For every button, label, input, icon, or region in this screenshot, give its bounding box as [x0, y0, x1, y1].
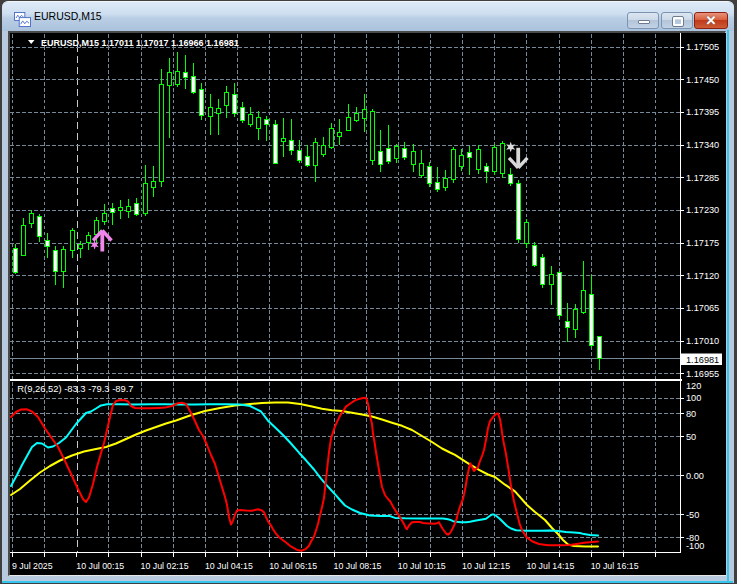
- svg-text:1.17395: 1.17395: [686, 107, 719, 117]
- svg-text:1.16955: 1.16955: [686, 369, 719, 379]
- svg-text:1.17230: 1.17230: [686, 205, 719, 215]
- svg-text:EURUSD,M15 1.17011 1.17017 1.1: EURUSD,M15 1.17011 1.17017 1.16966 1.169…: [41, 38, 239, 48]
- svg-text:1.17285: 1.17285: [686, 173, 719, 183]
- svg-text:R(9,26,52) -83.3 -79.3 -89.7: R(9,26,52) -83.3 -79.3 -89.7: [17, 383, 133, 394]
- svg-text:120: 120: [686, 381, 701, 391]
- svg-text:-100: -100: [686, 541, 704, 551]
- svg-text:1.17340: 1.17340: [686, 140, 719, 150]
- svg-text:1.17175: 1.17175: [686, 238, 719, 248]
- svg-text:80: 80: [686, 409, 696, 419]
- svg-text:0.00: 0.00: [686, 471, 704, 481]
- svg-text:10 Jul 06:15: 10 Jul 06:15: [269, 561, 317, 571]
- svg-text:10 Jul 16:15: 10 Jul 16:15: [591, 561, 639, 571]
- svg-text:10 Jul 10:15: 10 Jul 10:15: [398, 561, 446, 571]
- svg-text:1.17065: 1.17065: [686, 303, 719, 313]
- svg-text:10 Jul 02:15: 10 Jul 02:15: [141, 561, 189, 571]
- svg-text:10 Jul 04:15: 10 Jul 04:15: [205, 561, 253, 571]
- svg-text:10 Jul 08:15: 10 Jul 08:15: [334, 561, 382, 571]
- svg-text:100: 100: [686, 393, 701, 403]
- svg-text:-50: -50: [686, 510, 699, 520]
- svg-text:1.16981: 1.16981: [686, 355, 719, 365]
- svg-text:1.17505: 1.17505: [686, 42, 719, 52]
- svg-text:1.17450: 1.17450: [686, 75, 719, 85]
- svg-text:50: 50: [686, 432, 696, 442]
- svg-text:10 Jul 12:15: 10 Jul 12:15: [462, 561, 510, 571]
- svg-text:1.17010: 1.17010: [686, 336, 719, 346]
- svg-text:10 Jul 14:15: 10 Jul 14:15: [526, 561, 574, 571]
- svg-text:9 Jul 2025: 9 Jul 2025: [12, 561, 53, 571]
- svg-text:10 Jul 00:15: 10 Jul 00:15: [76, 561, 124, 571]
- svg-text:1.17120: 1.17120: [686, 271, 719, 281]
